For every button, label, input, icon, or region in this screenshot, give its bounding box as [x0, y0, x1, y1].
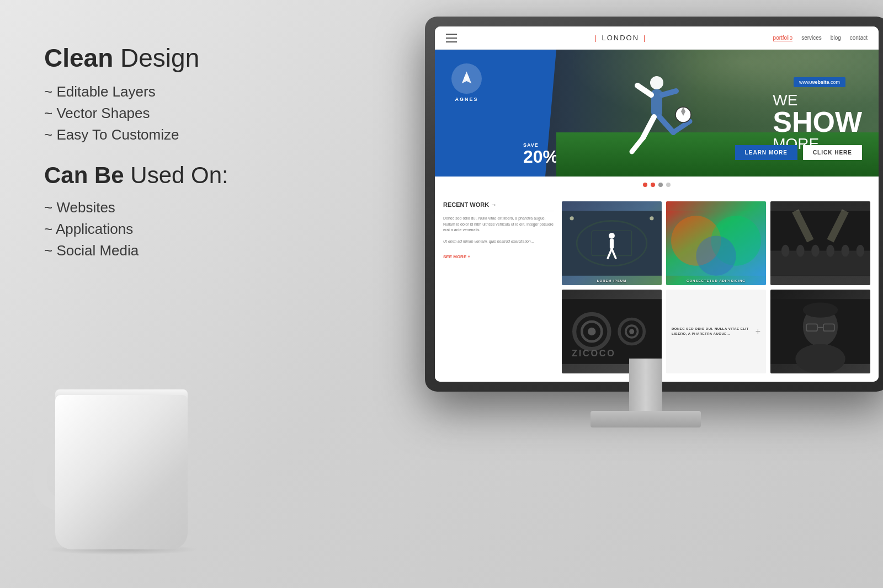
- svg-line-7: [659, 117, 673, 132]
- nav-contact[interactable]: contact: [850, 35, 868, 41]
- features-list: ~ Editable Layers ~ Vector Shapes ~ Easy…: [44, 83, 254, 143]
- svg-point-17: [570, 216, 573, 220]
- svg-rect-14: [610, 239, 614, 249]
- hamburger-line-3: [446, 41, 457, 42]
- portfolio-item-5: DONEC SED ODIO DUI. NULLA VITAE ELIT LIB…: [666, 290, 766, 373]
- url-www: www.: [799, 79, 811, 85]
- svg-line-8: [673, 121, 690, 132]
- portfolio-item-3: [770, 201, 870, 285]
- portfolio-caption-1: LOREM IPSUM: [562, 279, 662, 282]
- website-url: www.website.com: [794, 77, 845, 87]
- portfolio-card-text: DONEC SED ODIO DUI. NULLA VITAE ELIT LIB…: [672, 327, 760, 336]
- svg-point-29: [842, 245, 849, 257]
- url-website: website: [811, 79, 829, 85]
- url-dot-com: .com: [829, 79, 840, 85]
- left-panel: Clean Design ~ Editable Layers ~ Vector …: [44, 44, 254, 264]
- monitor-outer: | LONDON | portfolio services blog conta…: [425, 17, 883, 392]
- main-heading-bold: Clean: [44, 44, 113, 72]
- svg-line-5: [643, 117, 654, 138]
- save-percent: 20%: [523, 148, 558, 165]
- agnes-brand-text: AGNES: [451, 97, 482, 102]
- svg-point-47: [795, 344, 845, 373]
- slider-dot-1[interactable]: [643, 183, 647, 187]
- section-heading-bold: Can Be: [44, 162, 124, 188]
- mug-body: [55, 395, 188, 549]
- recent-italic-text: Ut enim ad minim veniam, quis nostrud ex…: [443, 239, 534, 243]
- learn-more-text: MORE: [769, 149, 788, 156]
- svg-point-22: [696, 236, 736, 275]
- svg-point-13: [609, 233, 615, 239]
- feature-easy-customize: ~ Easy To Customize: [44, 126, 254, 143]
- svg-point-18: [650, 216, 653, 220]
- player-silhouette: [618, 66, 695, 177]
- see-more-link[interactable]: SEE MORE +: [443, 254, 470, 259]
- hamburger-line-1: [446, 34, 457, 35]
- recent-work: RECENT WORK → Donec sed odio dui. Nulla …: [443, 201, 554, 373]
- monitor-bezel: | LONDON | portfolio services blog conta…: [435, 26, 879, 382]
- usage-websites: ~ Websites: [44, 199, 254, 216]
- hero-banner: AGNES SAVE 20%: [435, 50, 879, 177]
- main-heading: Clean Design: [44, 44, 254, 72]
- svg-point-46: [803, 303, 838, 318]
- monitor-stand-base: [591, 411, 701, 427]
- svg-point-0: [464, 75, 469, 80]
- portfolio-item-2: CONSECTETUR ADIPISICING: [666, 201, 766, 285]
- slider-dot-2[interactable]: [651, 183, 655, 187]
- usage-list: ~ Websites ~ Applications ~ Social Media: [44, 199, 254, 259]
- hero-buttons: LEARN MORE CLICK HERE: [735, 145, 862, 160]
- section-heading: Can Be Used On:: [44, 163, 254, 188]
- nav-services[interactable]: services: [801, 35, 822, 41]
- svg-point-25: [781, 245, 789, 257]
- svg-point-36: [588, 328, 595, 335]
- monitor-stand-neck: [629, 359, 662, 414]
- click-here-button[interactable]: CLICK HERE: [803, 145, 862, 160]
- website-content: | LONDON | portfolio services blog conta…: [435, 26, 879, 382]
- agnes-logo: [451, 63, 482, 94]
- section-heading-light: Used On:: [124, 162, 228, 188]
- monitor: | LONDON | portfolio services blog conta…: [397, 17, 883, 458]
- main-heading-light: Design: [113, 44, 199, 72]
- nav-blog[interactable]: blog: [831, 35, 841, 41]
- learn-highlight: LEARN: [745, 149, 767, 156]
- recent-work-title: RECENT WORK →: [443, 201, 554, 211]
- site-logo: | LONDON |: [468, 34, 773, 42]
- portfolio-item-6: [770, 290, 870, 373]
- feature-vector-shapes: ~ Vector Shapes: [44, 105, 254, 122]
- svg-point-30: [857, 245, 864, 257]
- logo-bar-right: |: [643, 34, 646, 42]
- nav-portfolio[interactable]: portfolio: [773, 35, 793, 41]
- recent-body-text: Donec sed odio dui. Nulla vitae elit lib…: [443, 216, 554, 232]
- site-nav: | LONDON | portfolio services blog conta…: [435, 26, 879, 50]
- slider-dot-4[interactable]: [666, 183, 671, 187]
- portfolio-caption-2: CONSECTETUR ADIPISICING: [666, 279, 766, 282]
- slider-dots: [435, 177, 879, 193]
- save-badge: SAVE 20%: [523, 142, 558, 165]
- content-area: RECENT WORK → Donec sed odio dui. Nulla …: [435, 193, 879, 382]
- usage-applications: ~ Applications: [44, 221, 254, 238]
- svg-point-1: [650, 76, 663, 89]
- hamburger-icon[interactable]: [446, 34, 457, 42]
- recent-work-body: Donec sed odio dui. Nulla vitae elit lib…: [443, 216, 554, 245]
- site-nav-links: portfolio services blog contact: [773, 35, 868, 41]
- slider-dot-3[interactable]: [658, 183, 663, 187]
- hero-show: SHOW: [773, 109, 862, 135]
- hero-logo-area: AGNES: [451, 63, 482, 102]
- feature-editable-layers: ~ Editable Layers: [44, 83, 254, 100]
- svg-point-27: [811, 245, 819, 257]
- svg-line-4: [662, 91, 676, 95]
- hamburger-line-2: [446, 38, 457, 39]
- svg-text:ZICOCO: ZICOCO: [572, 348, 616, 358]
- portfolio-grid: LOREM IPSUM: [562, 201, 870, 373]
- portfolio-plus-icon: +: [756, 327, 760, 336]
- logo-bar-left: |: [594, 34, 597, 42]
- learn-more-button[interactable]: LEARN MORE: [735, 145, 797, 160]
- hero-text: www.website.com WE SHOW MORE: [773, 72, 862, 153]
- svg-point-28: [826, 245, 834, 257]
- svg-line-3: [637, 85, 651, 95]
- usage-social-media: ~ Social Media: [44, 242, 254, 259]
- svg-point-39: [629, 329, 634, 334]
- logo-text: LONDON: [602, 34, 642, 42]
- mug: [33, 356, 221, 566]
- svg-line-6: [632, 138, 643, 152]
- portfolio-item-1: LOREM IPSUM: [562, 201, 662, 285]
